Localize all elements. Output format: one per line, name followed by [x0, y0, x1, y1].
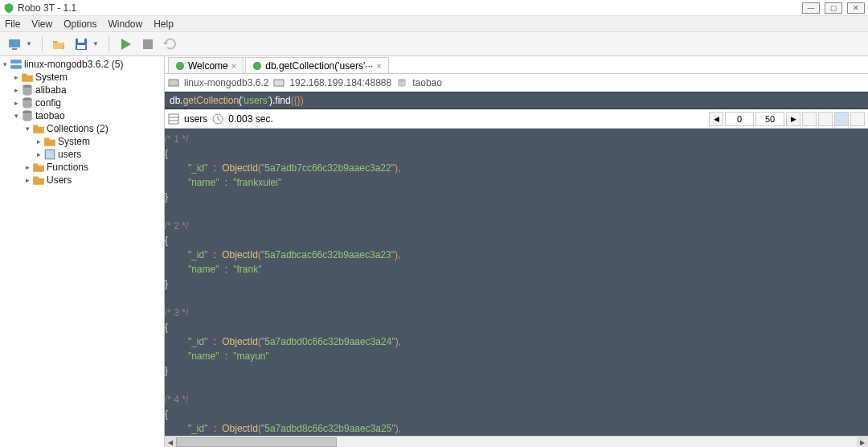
- expand-icon[interactable]: ▸: [23, 176, 32, 184]
- leaf-icon: [252, 61, 262, 71]
- svg-point-9: [23, 97, 31, 101]
- window-title: Robo 3T - 1.1: [18, 2, 802, 14]
- svg-rect-12: [169, 80, 178, 86]
- svg-point-14: [398, 79, 406, 82]
- close-button[interactable]: ✕: [847, 2, 865, 14]
- folder-icon: [32, 174, 45, 186]
- tab-query[interactable]: db.getCollection('users'··· ×: [245, 57, 388, 73]
- view-text-button[interactable]: [834, 112, 849, 126]
- tree-db-system[interactable]: ▸ System: [0, 71, 164, 84]
- editor-tabs: Welcome × db.getCollection('users'··· ×: [165, 56, 868, 74]
- svg-rect-1: [12, 48, 17, 50]
- menu-help[interactable]: Help: [154, 18, 174, 30]
- folder-icon: [43, 136, 56, 147]
- page-skip-input[interactable]: [725, 112, 754, 126]
- page-prev-button[interactable]: ◀: [709, 112, 723, 126]
- svg-rect-13: [274, 80, 284, 86]
- menubar: File View Options Window Help: [0, 16, 868, 32]
- results-text[interactable]: /* 1 */ { "_id" : ObjectId("5a7adb7cc66c…: [165, 129, 868, 436]
- tree-collections[interactable]: ▾ Collections (2): [0, 122, 164, 135]
- svg-rect-5: [143, 39, 153, 49]
- stop-button[interactable]: [138, 35, 158, 54]
- result-collection: users: [184, 113, 207, 125]
- page-limit-input[interactable]: [755, 112, 784, 126]
- expand-icon[interactable]: ▾: [23, 125, 32, 133]
- folder-icon: [21, 72, 34, 83]
- svg-rect-4: [77, 45, 85, 49]
- close-icon[interactable]: ×: [231, 61, 236, 71]
- svg-rect-6: [10, 59, 22, 64]
- save-dropdown-icon[interactable]: ▼: [92, 40, 99, 47]
- svg-rect-11: [45, 150, 54, 158]
- save-button[interactable]: [72, 35, 91, 54]
- svg-rect-3: [78, 39, 84, 43]
- open-button[interactable]: [49, 35, 68, 54]
- tree-db-config[interactable]: ▸ config: [0, 96, 164, 109]
- tree-functions[interactable]: ▸ Functions: [0, 161, 164, 174]
- scroll-left-icon[interactable]: ◀: [165, 437, 176, 447]
- minimize-button[interactable]: —: [802, 2, 820, 14]
- maximize-button[interactable]: ▢: [825, 2, 842, 14]
- run-button[interactable]: [116, 35, 135, 54]
- breadcrumb: linux-mongodb3.6.2 192.168.199.184:48888…: [165, 74, 868, 92]
- expand-icon[interactable]: ▸: [34, 150, 43, 158]
- expand-icon[interactable]: ▸: [11, 86, 21, 94]
- expand-icon[interactable]: ▾: [0, 60, 10, 68]
- titlebar: Robo 3T - 1.1 — ▢ ✕: [0, 0, 868, 16]
- expand-icon[interactable]: ▸: [23, 163, 32, 171]
- svg-rect-0: [9, 39, 20, 47]
- tree-db-alibaba[interactable]: ▸ alibaba: [0, 84, 164, 96]
- menu-view[interactable]: View: [31, 18, 52, 30]
- tree-users-folder[interactable]: ▸ Users: [0, 174, 164, 187]
- menu-window[interactable]: Window: [108, 18, 143, 30]
- svg-rect-7: [10, 65, 22, 69]
- svg-point-8: [23, 84, 31, 88]
- menu-file[interactable]: File: [5, 18, 20, 30]
- close-icon[interactable]: ×: [376, 61, 381, 71]
- window-controls: — ▢ ✕: [802, 2, 865, 14]
- toolbar: ▼ ▼: [0, 32, 868, 56]
- horizontal-scrollbar[interactable]: ◀ ▶: [165, 436, 868, 447]
- page-next-button[interactable]: ▶: [786, 112, 800, 126]
- app-logo-icon: [3, 2, 14, 14]
- connect-button[interactable]: [5, 35, 24, 54]
- server-icon: [168, 77, 179, 88]
- folder-icon: [32, 123, 45, 134]
- bc-connection: linux-mongodb3.6.2: [184, 77, 268, 88]
- connection-tree[interactable]: ▾ linux-mongodb3.6.2 (5) ▸ System ▸ alib…: [0, 56, 165, 447]
- result-toolbar: users 0.003 sec. ◀ ▶: [165, 109, 868, 129]
- host-icon: [273, 77, 285, 88]
- scroll-thumb[interactable]: [176, 437, 337, 447]
- database-icon: [21, 110, 34, 121]
- database-icon: [21, 84, 34, 96]
- server-icon: [10, 59, 23, 70]
- tree-db-taobao[interactable]: ▾ taobao: [0, 109, 164, 122]
- tab-welcome[interactable]: Welcome ×: [168, 57, 244, 73]
- bc-database: taobao: [412, 77, 442, 88]
- expand-icon[interactable]: ▸: [34, 137, 43, 146]
- collection-icon: [43, 149, 56, 160]
- connect-dropdown-icon[interactable]: ▼: [26, 40, 32, 47]
- menu-options[interactable]: Options: [63, 18, 96, 30]
- database-icon: [396, 77, 407, 88]
- bc-host: 192.168.199.184:48888: [289, 77, 391, 88]
- svg-rect-15: [169, 114, 178, 124]
- database-icon: [21, 97, 34, 109]
- folder-icon: [32, 162, 45, 173]
- table-icon: [168, 113, 179, 125]
- content-area: Welcome × db.getCollection('users'··· × …: [165, 56, 868, 447]
- rotate-button[interactable]: [161, 35, 180, 54]
- leaf-icon: [175, 61, 185, 71]
- tree-coll-system[interactable]: ▸ System: [0, 135, 164, 148]
- tree-coll-users[interactable]: ▸ users: [0, 148, 164, 161]
- expand-icon[interactable]: ▾: [11, 112, 21, 120]
- view-table-button[interactable]: [818, 112, 833, 126]
- svg-point-10: [23, 110, 31, 114]
- expand-icon[interactable]: ▸: [11, 73, 21, 81]
- view-expand-button[interactable]: [850, 112, 865, 126]
- view-tree-button[interactable]: [802, 112, 817, 126]
- expand-icon[interactable]: ▸: [11, 99, 21, 107]
- tree-connection[interactable]: ▾ linux-mongodb3.6.2 (5): [0, 58, 164, 71]
- query-editor[interactable]: db.getCollection('users').find({}): [165, 92, 868, 109]
- scroll-right-icon[interactable]: ▶: [857, 437, 868, 447]
